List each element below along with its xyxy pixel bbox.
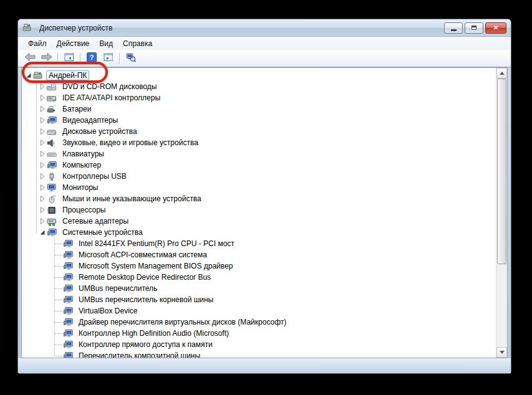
device-tree[interactable]: Андрей-ПКDVD и CD-ROM дисководыIDE ATA/A… [22, 68, 496, 358]
expand-toggle-icon[interactable] [38, 217, 47, 226]
tree-row[interactable]: Контроллеры USB [22, 171, 496, 182]
expand-toggle-icon[interactable] [38, 161, 47, 169]
system-device-icon [63, 239, 74, 249]
tree-item-label[interactable]: Видеоадаптеры [60, 115, 120, 125]
tree-item-label[interactable]: DVD и CD-ROM дисководы [60, 82, 159, 92]
tree-row[interactable]: Контроллер прямого доступа к памяти [22, 339, 496, 350]
minimize-button[interactable] [444, 22, 463, 34]
menu-item[interactable]: Файл [23, 37, 52, 50]
tree-row[interactable]: VirtualBox Device [22, 305, 496, 316]
console-content: Андрей-ПКDVD и CD-ROM дисководыIDE ATA/A… [21, 67, 508, 358]
expand-toggle-icon[interactable] [38, 138, 47, 147]
system-device-icon [63, 250, 74, 260]
expand-toggle-icon[interactable] [38, 172, 47, 181]
expand-toggle-icon[interactable] [38, 116, 47, 125]
expand-toggle-icon[interactable] [38, 183, 47, 192]
tree-item-label[interactable]: Remote Desktop Device Redirector Bus [76, 272, 213, 282]
menu-item[interactable]: Действие [52, 37, 95, 50]
scrollbar-track[interactable] [496, 264, 507, 347]
close-icon: ✕ [493, 25, 498, 31]
computer-monitor-icon [47, 161, 57, 170]
arrow-down-icon [500, 351, 505, 356]
menu-item[interactable]: Справка [118, 37, 157, 50]
video-adapter-icon [47, 116, 57, 125]
tree-row[interactable]: Intel 82441FX Pentium(R) Pro CPU - PCI м… [22, 238, 496, 249]
tree-item-label[interactable]: Контроллер прямого доступа к памяти [76, 340, 215, 350]
sound-device-icon [47, 138, 57, 148]
tree-connector [54, 249, 63, 260]
scrollbar-thumb[interactable] [497, 79, 506, 264]
restore-button[interactable] [465, 22, 483, 34]
tree-row[interactable]: Видеоадаптеры [22, 115, 496, 126]
tree-row[interactable]: Мониторы [22, 182, 496, 193]
tree-item-label[interactable]: Контроллер High Definition Audio (Micros… [76, 328, 231, 338]
tree-row[interactable]: Клавиатуры [22, 148, 496, 159]
expand-toggle-icon[interactable] [38, 150, 47, 158]
expand-toggle-icon[interactable] [38, 105, 47, 113]
expand-toggle-icon[interactable] [38, 93, 47, 102]
tree-item-label[interactable]: Дисковые устройства [60, 126, 140, 136]
tree-connector [54, 328, 63, 339]
tree-item-label[interactable]: UMBus перечислитель корневой шины [76, 295, 216, 305]
vertical-scrollbar[interactable] [496, 68, 507, 358]
tree-item-label[interactable]: UMBus перечислитель [76, 283, 160, 293]
tree-row[interactable]: IDE ATA/ATAPI контроллеры [22, 92, 496, 103]
tree-item-label[interactable]: Мониторы [60, 183, 100, 193]
tree-row[interactable]: Компьютер [22, 159, 496, 171]
desktop-background: { "window": { "title": "Диспетчер устрой… [0, 0, 532, 395]
tree-row[interactable]: Контроллер High Definition Audio (Micros… [22, 328, 496, 339]
tree-row[interactable]: Remote Desktop Device Redirector Bus [22, 272, 496, 283]
scan-hardware-changes-button[interactable] [123, 51, 138, 65]
system-device-icon [63, 284, 74, 293]
titlebar[interactable]: Диспетчер устройств ✕ [18, 19, 511, 37]
tree-item-label[interactable]: Перечислитель композитной шины [76, 351, 203, 358]
tree-item-label[interactable]: Процессоры [60, 205, 109, 215]
battery-icon [47, 105, 57, 114]
device-manager-window: Диспетчер устройств ✕ ФайлДействиеВидСпр… [17, 19, 511, 374]
tree-item-label[interactable]: Компьютер [60, 160, 104, 170]
collapse-toggle-icon[interactable] [38, 228, 47, 237]
tree-item-label[interactable]: Контроллеры USB [60, 171, 129, 181]
tree-row[interactable]: Сетевые адаптеры [22, 216, 496, 227]
tree-item-label[interactable]: Звуковые, видео и игровые устройства [60, 138, 201, 148]
tree-row[interactable]: Мыши и иные указывающие устройства [22, 193, 496, 204]
tree-row[interactable]: Драйвер перечислителя виртуальных дисков… [22, 316, 496, 328]
tree-item-label[interactable]: Системные устройства [60, 227, 145, 237]
system-device-icon [63, 340, 74, 350]
tree-row[interactable]: Системные устройства [22, 227, 496, 238]
expand-toggle-icon[interactable] [38, 127, 47, 136]
tree-item-label[interactable]: Microsoft System Management BIOS драйвер [76, 261, 235, 271]
tree-item-label[interactable]: Intel 82441FX Pentium(R) Pro CPU - PCI м… [76, 239, 237, 249]
close-button[interactable]: ✕ [485, 22, 506, 34]
expand-toggle-icon[interactable] [38, 82, 47, 91]
tree-row[interactable]: Microsoft ACPI-совместимая система [22, 249, 496, 260]
tree-item-label[interactable]: Мыши и иные указывающие устройства [60, 194, 204, 204]
tree-line [36, 81, 37, 233]
tree-item-label[interactable]: VirtualBox Device [76, 306, 140, 316]
tree-connector [54, 283, 63, 294]
tree-row[interactable]: Звуковые, видео и игровые устройства [22, 137, 496, 148]
tree-row[interactable]: Батареи [22, 103, 496, 115]
tree-row[interactable]: UMBus перечислитель корневой шины [22, 294, 496, 305]
expand-toggle-icon[interactable] [38, 194, 47, 203]
tree-item-label[interactable]: Батареи [60, 104, 94, 114]
tree-item-label[interactable]: Microsoft ACPI-совместимая система [76, 250, 210, 260]
monitor-icon [47, 183, 57, 193]
dvd-drive-icon [47, 82, 57, 92]
tree-row[interactable]: Процессоры [22, 204, 496, 216]
tree-row[interactable]: UMBus перечислитель [22, 283, 496, 294]
show-action-pane-icon [104, 52, 114, 65]
tree-item-label[interactable]: Клавиатуры [60, 149, 107, 159]
tree-row[interactable]: Дисковые устройства [22, 126, 496, 137]
tree-item-label[interactable]: Сетевые адаптеры [60, 216, 131, 226]
menu-item[interactable]: Вид [94, 37, 118, 50]
ide-controller-icon [47, 93, 57, 103]
tree-item-label[interactable]: IDE ATA/ATAPI контроллеры [60, 93, 163, 103]
tree-item-label[interactable]: Драйвер перечислителя виртуальных дисков… [76, 317, 289, 327]
expand-toggle-icon[interactable] [38, 206, 47, 214]
scroll-up-button[interactable] [496, 68, 507, 79]
tree-row[interactable]: Microsoft System Management BIOS драйвер [22, 260, 496, 272]
system-device-icon [63, 329, 74, 338]
tree-row[interactable]: Перечислитель композитной шины [22, 350, 496, 358]
scroll-down-button[interactable] [496, 347, 507, 358]
